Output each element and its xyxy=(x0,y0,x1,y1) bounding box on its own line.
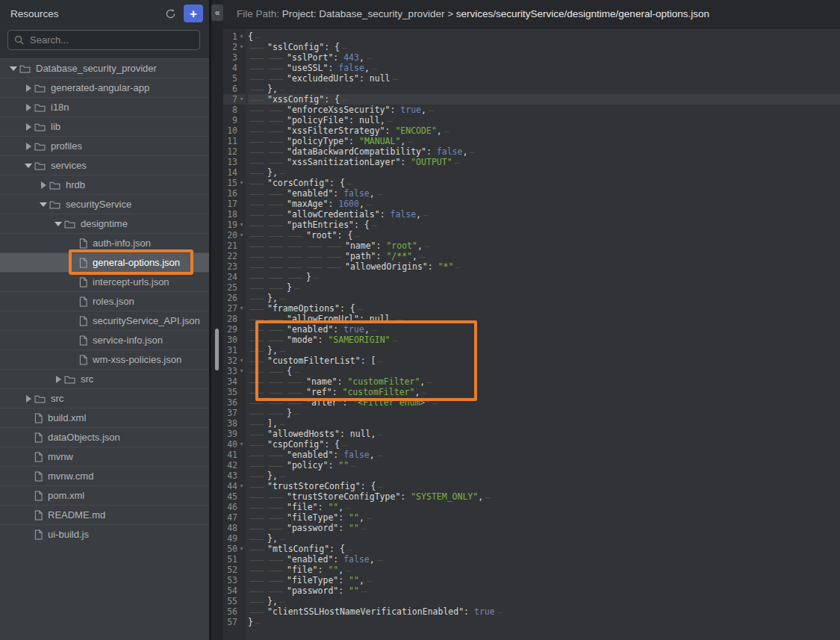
tree-item-ui-build.js[interactable]: ui-build.js xyxy=(0,524,209,544)
fold-arrow-icon[interactable]: ▾ xyxy=(237,220,246,230)
tree-item-generated-angular-app[interactable]: generated-angular-app xyxy=(0,78,209,97)
code-line-16[interactable]: "enabled": false, xyxy=(248,188,840,199)
fold-arrow-icon[interactable]: ▾ xyxy=(237,544,246,554)
fold-arrow-icon[interactable]: ▾ xyxy=(237,178,246,188)
code-line-10[interactable]: "xssFilterStrategy": "ENCODE", xyxy=(248,125,840,136)
tree-item-roles.json[interactable]: roles.json xyxy=(0,291,209,311)
refresh-icon[interactable] xyxy=(161,4,179,22)
tree-item-mvnw.cmd[interactable]: mvnw.cmd xyxy=(0,466,209,485)
code-line-25[interactable]: } xyxy=(248,282,840,293)
code-line-4[interactable]: "useSSL": false, xyxy=(248,63,840,73)
chevron-right-icon[interactable] xyxy=(22,121,34,133)
tree-item-src[interactable]: src xyxy=(0,369,209,388)
code-line-5[interactable]: "excludedUrls": null xyxy=(248,73,840,84)
add-resource-button[interactable]: + xyxy=(184,4,203,22)
chevron-right-icon[interactable] xyxy=(37,179,49,191)
code-line-34[interactable]: "name": "customFilter", xyxy=(248,376,840,387)
code-line-41[interactable]: "enabled": false, xyxy=(248,450,840,460)
tree-item-src[interactable]: src xyxy=(0,388,209,408)
chevron-down-icon[interactable] xyxy=(52,218,64,230)
search-box[interactable] xyxy=(7,30,200,50)
tree-item-designtime[interactable]: designtime xyxy=(0,214,209,233)
tree-item-lib[interactable]: lib xyxy=(0,116,209,136)
tree-item-service-info.json[interactable]: service-info.json xyxy=(0,330,209,349)
code-line-6[interactable]: }, xyxy=(248,84,840,94)
tree-item-Database_security_provider[interactable]: Database_security_provider xyxy=(0,58,209,78)
code-line-2[interactable]: "sslConfig": { xyxy=(248,42,840,52)
code-line-23[interactable]: "allowedOrigins": "*" xyxy=(248,261,840,272)
code-line-7[interactable]: "xssConfig": { xyxy=(248,94,840,105)
code-line-55[interactable]: }, xyxy=(248,596,840,606)
tree-item-mvnw[interactable]: mvnw xyxy=(0,447,209,466)
chevron-right-icon[interactable] xyxy=(22,140,34,152)
tree-item-dataObjects.json[interactable]: dataObjects.json xyxy=(0,427,209,447)
code-line-20[interactable]: "root": { xyxy=(248,230,840,240)
code-line-49[interactable]: }, xyxy=(248,533,840,544)
code-line-53[interactable]: "fileType": "", xyxy=(248,575,840,585)
code-line-39[interactable]: "allowedHosts": null, xyxy=(248,429,840,439)
code-line-51[interactable]: "enabled": false, xyxy=(248,554,840,565)
code-line-1[interactable]: { xyxy=(248,31,840,42)
chevron-down-icon[interactable] xyxy=(22,160,34,172)
fold-arrow-icon[interactable]: ▾ xyxy=(237,230,246,240)
chevron-right-icon[interactable] xyxy=(22,102,34,114)
code-line-30[interactable]: "mode": "SAMEORIGIN" xyxy=(248,335,840,345)
fold-arrow-icon[interactable]: ▾ xyxy=(237,94,246,105)
chevron-right-icon[interactable] xyxy=(52,373,64,385)
code-line-14[interactable]: }, xyxy=(248,167,840,178)
fold-arrow-icon[interactable]: ▾ xyxy=(237,439,246,450)
tree-item-wm-xss-policies.json[interactable]: wm-xss-policies.json xyxy=(0,349,209,369)
tree-scrollbar-thumb[interactable] xyxy=(215,329,219,370)
collapse-panel-button[interactable]: « xyxy=(211,4,223,21)
tree-item-general-options.json[interactable]: general-options.json xyxy=(0,252,209,272)
tree-item-build.xml[interactable]: build.xml xyxy=(0,408,209,427)
code-line-15[interactable]: "corsConfig": { xyxy=(248,178,840,188)
tree-item-auth-info.json[interactable]: auth-info.json xyxy=(0,233,209,252)
code-line-42[interactable]: "policy": "" xyxy=(248,460,840,470)
code-line-29[interactable]: "enabled": true, xyxy=(248,324,840,335)
editor-content[interactable]: {"sslConfig": {"sslPort": 443,"useSSL": … xyxy=(246,28,840,640)
search-input[interactable] xyxy=(30,34,193,46)
code-line-43[interactable]: }, xyxy=(248,470,840,481)
chevron-right-icon[interactable] xyxy=(22,393,34,405)
code-line-18[interactable]: "allowCredentials": false, xyxy=(248,209,840,220)
code-line-3[interactable]: "sslPort": 443, xyxy=(248,52,840,63)
code-line-40[interactable]: "cspConfig": { xyxy=(248,439,840,450)
code-line-36[interactable]: "after": "<Filter enum>" xyxy=(248,397,840,408)
tree-item-intercept-urls.json[interactable]: intercept-urls.json xyxy=(0,272,209,291)
code-line-52[interactable]: "file": "", xyxy=(248,565,840,575)
code-line-26[interactable]: }, xyxy=(248,293,840,303)
fold-arrow-icon[interactable]: ▾ xyxy=(237,355,246,366)
fold-arrow-icon[interactable]: ▾ xyxy=(237,31,246,42)
code-line-35[interactable]: "ref": "customFilter", xyxy=(248,387,840,397)
chevron-right-icon[interactable] xyxy=(22,82,34,94)
code-line-44[interactable]: "trustStoreConfig": { xyxy=(248,481,840,491)
code-line-27[interactable]: "frameOptions": { xyxy=(248,303,840,314)
tree-item-securityService_API.json[interactable]: securityService_API.json xyxy=(0,311,209,330)
code-line-8[interactable]: "enforceXssSecurity": true, xyxy=(248,105,840,115)
fold-arrow-icon[interactable]: ▾ xyxy=(237,366,246,376)
code-line-38[interactable]: ], xyxy=(248,418,840,429)
code-line-37[interactable]: } xyxy=(248,408,840,418)
code-line-48[interactable]: "password": "" xyxy=(248,523,840,533)
tree-item-securityService[interactable]: securityService xyxy=(0,194,209,214)
code-line-11[interactable]: "policyType": "MANUAL", xyxy=(248,136,840,146)
code-line-56[interactable]: "clientSSLHostNameVerificationEnabled": … xyxy=(248,606,840,617)
chevron-down-icon[interactable] xyxy=(7,63,19,75)
code-line-47[interactable]: "fileType": "", xyxy=(248,512,840,523)
tree-item-i18n[interactable]: i18n xyxy=(0,97,209,116)
code-line-28[interactable]: "allowFromUrl": null, xyxy=(248,314,840,324)
code-line-57[interactable]: } xyxy=(248,617,840,627)
tree-item-services[interactable]: services xyxy=(0,155,209,175)
code-line-54[interactable]: "password": "" xyxy=(248,585,840,596)
fold-arrow-icon[interactable]: ▾ xyxy=(237,303,246,314)
tree-item-README.md[interactable]: README.md xyxy=(0,505,209,524)
fold-arrow-icon[interactable]: ▾ xyxy=(237,481,246,491)
code-line-21[interactable]: "name": "root", xyxy=(248,240,840,251)
code-line-17[interactable]: "maxAge": 1600, xyxy=(248,199,840,209)
code-line-9[interactable]: "policyFile": null, xyxy=(248,115,840,125)
tree-item-pom.xml[interactable]: pom.xml xyxy=(0,485,209,505)
code-line-32[interactable]: "customFilterList": [ xyxy=(248,355,840,366)
tree-item-profiles[interactable]: profiles xyxy=(0,136,209,155)
code-editor[interactable]: 1▾2▾34567▾89101112131415▾16171819▾20▾212… xyxy=(223,28,840,640)
